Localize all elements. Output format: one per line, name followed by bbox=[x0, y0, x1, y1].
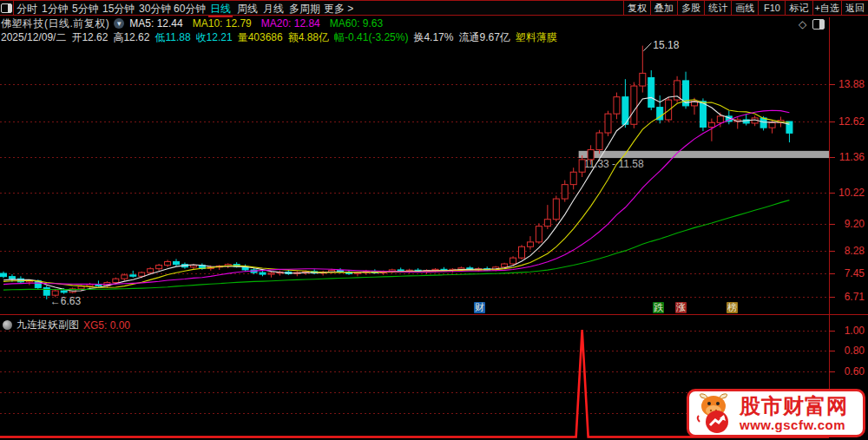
menu-item-tool-7[interactable]: +自选 bbox=[812, 1, 841, 15]
quote-segment-2: 高12.62 bbox=[113, 30, 149, 45]
candle-body bbox=[1, 273, 7, 277]
ma-values: MA5: 12.44MA10: 12.79MA20: 12.84MA60: 9.… bbox=[129, 17, 392, 30]
candle-body bbox=[61, 291, 67, 292]
indicator-collapse-icon[interactable] bbox=[3, 320, 12, 330]
menu-item-period-0[interactable]: 分时 bbox=[16, 3, 37, 15]
candle-body bbox=[579, 160, 585, 172]
indicator-axis-label: 1.00 bbox=[845, 325, 865, 337]
menu-bar: 分时1分钟5分钟15分钟30分钟60分钟日线周线月线多周期更多 > 复权叠加多股… bbox=[0, 0, 868, 16]
indicator-value: XG5: 0.00 bbox=[83, 319, 130, 332]
candle-body bbox=[527, 242, 533, 246]
price-axis-label: 11.36 bbox=[839, 151, 865, 163]
event-badge-1[interactable]: 跌 bbox=[653, 302, 664, 313]
event-badge-0[interactable]: 财 bbox=[474, 302, 485, 313]
candle-body bbox=[165, 262, 171, 266]
indicator-name[interactable]: 九连捉妖副图 bbox=[16, 318, 79, 332]
price-axis-label: 7.45 bbox=[845, 267, 865, 279]
candle-body bbox=[605, 114, 611, 133]
menu-item-period-9[interactable]: 多周期 bbox=[289, 3, 320, 15]
menu-item-period-5[interactable]: 60分钟 bbox=[174, 3, 206, 15]
ma-value-0: MA5: 12.44 bbox=[129, 17, 182, 30]
ma-line-5 bbox=[3, 96, 789, 291]
price-axis-label: 8.28 bbox=[845, 245, 865, 257]
candle-body bbox=[9, 277, 15, 279]
candle-body bbox=[130, 275, 136, 276]
candle-body bbox=[562, 185, 568, 199]
price-axis-label: 9.20 bbox=[845, 218, 865, 230]
price-axis-label: 12.62 bbox=[838, 115, 865, 128]
window-layout-button[interactable] bbox=[0, 1, 14, 15]
main-chart-svg[interactable]: 11.33 - 11.5815.18←6.6313.8812.6211.3610… bbox=[0, 0, 868, 440]
quote-segment-3: 低11.88 bbox=[155, 30, 190, 45]
indicator-axis-label: 0.80 bbox=[845, 345, 865, 357]
candle-body bbox=[700, 102, 706, 128]
candle-body bbox=[674, 81, 681, 100]
candle-body bbox=[510, 258, 516, 264]
diamond-icon[interactable]: ◇ bbox=[799, 19, 806, 30]
low-price-label: ←6.63 bbox=[50, 295, 82, 307]
candle-body bbox=[519, 246, 525, 258]
candle-body bbox=[43, 287, 49, 295]
menu-item-tool-0[interactable]: 复权 bbox=[623, 1, 650, 15]
menu-item-tool-5[interactable]: F10 bbox=[758, 1, 785, 15]
ma-value-1: MA10: 12.79 bbox=[193, 17, 252, 30]
price-axis-label: 13.88 bbox=[838, 78, 865, 90]
candle-body bbox=[570, 172, 576, 184]
candle-body bbox=[717, 116, 723, 122]
menu-item-period-2[interactable]: 5分钟 bbox=[72, 3, 99, 15]
menu-item-tool-3[interactable]: 统计 bbox=[704, 1, 731, 15]
watermark-bull-icon bbox=[694, 392, 734, 434]
candle-body bbox=[502, 264, 508, 267]
menu-item-period-7[interactable]: 周线 bbox=[237, 3, 258, 15]
split-window-icon[interactable] bbox=[812, 19, 825, 30]
quote-segment-1: 开12.62 bbox=[71, 30, 108, 45]
chevron-down-icon[interactable]: ▾ bbox=[114, 18, 124, 29]
indicator-axis-label: 0.60 bbox=[845, 365, 865, 378]
event-badge-3[interactable]: 榜 bbox=[727, 302, 738, 313]
candle-body bbox=[78, 286, 84, 289]
quote-segment-9: 流通9.67亿 bbox=[458, 30, 510, 45]
menu-item-period-6[interactable]: 日线 bbox=[210, 3, 231, 15]
menu-item-tool-4[interactable]: 画线 bbox=[731, 1, 758, 15]
candle-body bbox=[786, 121, 792, 133]
candle-body bbox=[156, 266, 162, 269]
chart-corner-icons: ◇ bbox=[799, 19, 825, 30]
trading-app-window: 11.33 - 11.5815.18←6.6313.8812.6211.3610… bbox=[0, 0, 868, 440]
candle-body bbox=[122, 275, 128, 279]
candle-body bbox=[648, 77, 654, 107]
quote-segment-10: 塑料薄膜 bbox=[516, 30, 557, 45]
menu-item-tool-8[interactable]: 返回 bbox=[841, 1, 868, 15]
menu-item-tool-6[interactable]: 标记 bbox=[785, 1, 812, 15]
menu-item-period-8[interactable]: 月线 bbox=[263, 3, 284, 15]
ma-value-3: MA60: 9.63 bbox=[330, 17, 383, 30]
menu-item-tool-1[interactable]: 叠加 bbox=[650, 1, 677, 15]
candle-body bbox=[666, 100, 672, 120]
candle-body bbox=[190, 266, 196, 267]
watermark: 股市财富网 www.gscfw.com bbox=[687, 389, 865, 437]
menu-item-period-4[interactable]: 30分钟 bbox=[139, 3, 171, 15]
candle-body bbox=[174, 262, 180, 265]
candle-body bbox=[268, 273, 274, 274]
quote-segment-0: 2025/12/09/二 bbox=[1, 30, 66, 45]
candle-body bbox=[596, 133, 602, 150]
watermark-title: 股市财富网 bbox=[740, 395, 848, 417]
menu-item-period-3[interactable]: 15分钟 bbox=[102, 3, 135, 15]
candle-body bbox=[769, 122, 775, 128]
menu-item-period-1[interactable]: 1分钟 bbox=[42, 3, 69, 15]
menu-item-period-10[interactable]: 更多 > bbox=[324, 3, 353, 15]
candle-body bbox=[544, 220, 550, 227]
quote-segment-5: 量403686 bbox=[238, 30, 283, 45]
quote-segment-6: 额4.88亿 bbox=[288, 30, 329, 45]
price-axis-label: 10.22 bbox=[838, 187, 865, 199]
candle-body bbox=[536, 227, 542, 242]
quote-segment-4: 收12.21 bbox=[196, 30, 233, 45]
sub-indicator-label: 九连捉妖副图 XG5: 0.00 bbox=[3, 318, 130, 332]
watermark-url: www.gscfw.com bbox=[740, 417, 848, 432]
window-layout-icon bbox=[1, 3, 12, 13]
high-flag-line bbox=[643, 43, 651, 51]
stock-info-row: 佛塑科技(日线.前复权) ▾ MA5: 12.44MA10: 12.79MA20… bbox=[1, 17, 392, 30]
event-badge-2[interactable]: 涨 bbox=[675, 302, 687, 313]
menu-item-tool-2[interactable]: 多股 bbox=[677, 1, 704, 15]
quote-segment-7: 幅-0.41(-3.25%) bbox=[334, 30, 408, 45]
quote-row: 2025/12/09/二开12.62高12.62低11.88收12.21量403… bbox=[1, 31, 562, 43]
